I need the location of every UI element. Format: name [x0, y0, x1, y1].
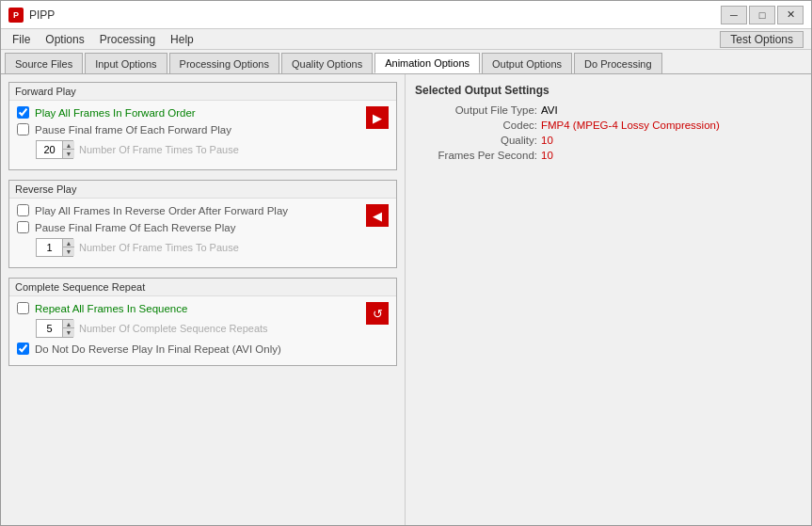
- complete-sequence-title: Complete Sequence Repeat: [9, 279, 396, 296]
- tab-output-options[interactable]: Output Options: [482, 53, 572, 73]
- pause-final-forward-label: Pause Final frame Of Each Forward Play: [35, 124, 231, 135]
- tabs-bar: Source Files Input Options Processing Op…: [1, 50, 811, 74]
- no-reverse-label: Do Not Do Reverse Play In Final Repeat (…: [35, 343, 281, 355]
- menu-bar: File Options Processing Help Test Option…: [1, 29, 811, 50]
- forward-frame-times-input[interactable]: [37, 141, 63, 158]
- reverse-frame-times-label: Number Of Frame Times To Pause: [79, 242, 239, 253]
- reverse-frame-spinner: ▲ ▼: [36, 238, 79, 257]
- quality-label: Quality:: [415, 135, 537, 146]
- no-reverse-checkbox[interactable]: [17, 343, 29, 355]
- play-all-reverse-label: Play All Frames In Reverse Order After F…: [35, 205, 288, 216]
- sequence-repeats-input[interactable]: [37, 320, 63, 337]
- tab-input-options[interactable]: Input Options: [85, 53, 167, 73]
- sequence-spinner: ▲ ▼: [36, 319, 79, 338]
- forward-play-section: Forward Play Play All Frames In Forward …: [8, 82, 397, 170]
- sequence-repeats-row: ▲ ▼ Number Of Complete Sequence Repeats: [17, 319, 366, 338]
- forward-spinner-down[interactable]: ▼: [63, 150, 74, 158]
- close-button[interactable]: ✕: [777, 6, 804, 24]
- title-bar: P PIPP ─ □ ✕: [1, 1, 811, 29]
- sequence-spinner-down[interactable]: ▼: [63, 328, 74, 337]
- main-window: P PIPP ─ □ ✕ File Options Processing Hel…: [0, 0, 812, 526]
- window-title: PIPP: [29, 8, 721, 22]
- pause-final-reverse-row: Pause Final Frame Of Each Reverse Play: [17, 221, 366, 233]
- complete-sequence-content: Repeat All Frames In Sequence ▲: [9, 296, 396, 365]
- maximize-button[interactable]: □: [749, 6, 775, 24]
- forward-frame-times-label: Number Of Frame Times To Pause: [79, 144, 239, 155]
- quality-value: 10: [541, 135, 553, 146]
- sequence-spinner-arrows: ▲ ▼: [63, 320, 74, 337]
- sequence-spinner-up[interactable]: ▲: [63, 320, 74, 328]
- menu-help[interactable]: Help: [163, 29, 201, 49]
- reverse-spinner-up[interactable]: ▲: [63, 239, 74, 247]
- reverse-play-section: Reverse Play Play All Frames In Reverse …: [8, 180, 397, 268]
- pause-final-reverse-label: Pause Final Frame Of Each Reverse Play: [35, 222, 235, 233]
- output-settings-title: Selected Output Settings: [415, 84, 802, 97]
- animation-options-panel: Forward Play Play All Frames In Forward …: [1, 74, 406, 525]
- forward-spinner-up[interactable]: ▲: [63, 141, 74, 150]
- quality-row: Quality: 10: [415, 135, 802, 146]
- repeat-all-label: Repeat All Frames In Sequence: [35, 303, 187, 314]
- forward-frame-spinner: ▲ ▼: [36, 140, 79, 159]
- tab-quality-options[interactable]: Quality Options: [281, 53, 373, 73]
- content-area: Forward Play Play All Frames In Forward …: [1, 74, 811, 525]
- test-options-button[interactable]: Test Options: [720, 31, 804, 48]
- pause-final-forward-row: Pause Final frame Of Each Forward Play: [17, 123, 366, 135]
- forward-play-button[interactable]: ▶: [366, 106, 389, 129]
- file-type-label: Output File Type:: [415, 104, 537, 116]
- codec-label: Codec:: [415, 120, 537, 131]
- forward-spinner-arrows: ▲ ▼: [63, 141, 74, 158]
- codec-row: Codec: FMP4 (MPEG-4 Lossy Compression): [415, 120, 802, 131]
- pause-final-forward-checkbox[interactable]: [17, 123, 29, 135]
- codec-value: FMP4 (MPEG-4 Lossy Compression): [541, 120, 720, 131]
- pause-final-reverse-checkbox[interactable]: [17, 221, 29, 233]
- app-icon: P: [8, 8, 24, 23]
- reverse-spinner-down[interactable]: ▼: [63, 247, 74, 256]
- forward-frame-times-row: ▲ ▼ Number Of Frame Times To Pause: [17, 140, 366, 159]
- menu-file[interactable]: File: [5, 29, 38, 49]
- fps-row: Frames Per Second: 10: [415, 150, 802, 161]
- reverse-play-title: Reverse Play: [9, 181, 396, 199]
- menu-processing[interactable]: Processing: [92, 29, 163, 49]
- reverse-frame-times-input[interactable]: [37, 239, 63, 256]
- sequence-repeats-label: Number Of Complete Sequence Repeats: [79, 323, 268, 334]
- play-all-reverse-checkbox[interactable]: [17, 204, 29, 216]
- menu-options[interactable]: Options: [38, 29, 91, 49]
- file-type-value: AVI: [541, 104, 558, 116]
- tab-animation-options[interactable]: Animation Options: [374, 53, 480, 73]
- complete-sequence-section: Complete Sequence Repeat Repeat All Fram…: [8, 278, 397, 366]
- play-all-forward-row: Play All Frames In Forward Order: [17, 106, 366, 119]
- no-reverse-row: Do Not Do Reverse Play In Final Repeat (…: [17, 343, 366, 355]
- reverse-play-content: Play All Frames In Reverse Order After F…: [9, 199, 396, 267]
- output-settings-panel: Selected Output Settings Output File Typ…: [406, 74, 811, 525]
- tab-source-files[interactable]: Source Files: [5, 53, 83, 73]
- forward-play-content: Play All Frames In Forward Order Pause F…: [9, 101, 396, 169]
- reverse-frame-times-row: ▲ ▼ Number Of Frame Times To Pause: [17, 238, 366, 257]
- fps-value: 10: [541, 150, 553, 161]
- fps-label: Frames Per Second:: [415, 150, 537, 161]
- play-all-forward-checkbox[interactable]: [17, 106, 29, 119]
- repeat-all-row: Repeat All Frames In Sequence: [17, 302, 366, 314]
- reverse-spinner-wrapper: ▲ ▼: [36, 238, 73, 257]
- forward-spinner-wrapper: ▲ ▼: [36, 140, 73, 159]
- play-all-forward-label: Play All Frames In Forward Order: [35, 107, 196, 119]
- sequence-repeat-button[interactable]: ↺: [366, 302, 389, 325]
- minimize-button[interactable]: ─: [721, 6, 747, 24]
- repeat-all-checkbox[interactable]: [17, 302, 29, 314]
- window-controls: ─ □ ✕: [721, 6, 804, 24]
- tab-processing-options[interactable]: Processing Options: [169, 53, 279, 73]
- file-type-row: Output File Type: AVI: [415, 104, 802, 116]
- reverse-spinner-arrows: ▲ ▼: [63, 239, 74, 256]
- forward-play-title: Forward Play: [9, 83, 396, 101]
- tab-do-processing[interactable]: Do Processing: [574, 53, 662, 73]
- reverse-play-button[interactable]: ◀: [366, 204, 389, 227]
- play-all-reverse-row: Play All Frames In Reverse Order After F…: [17, 204, 366, 216]
- sequence-spinner-wrapper: ▲ ▼: [36, 319, 73, 338]
